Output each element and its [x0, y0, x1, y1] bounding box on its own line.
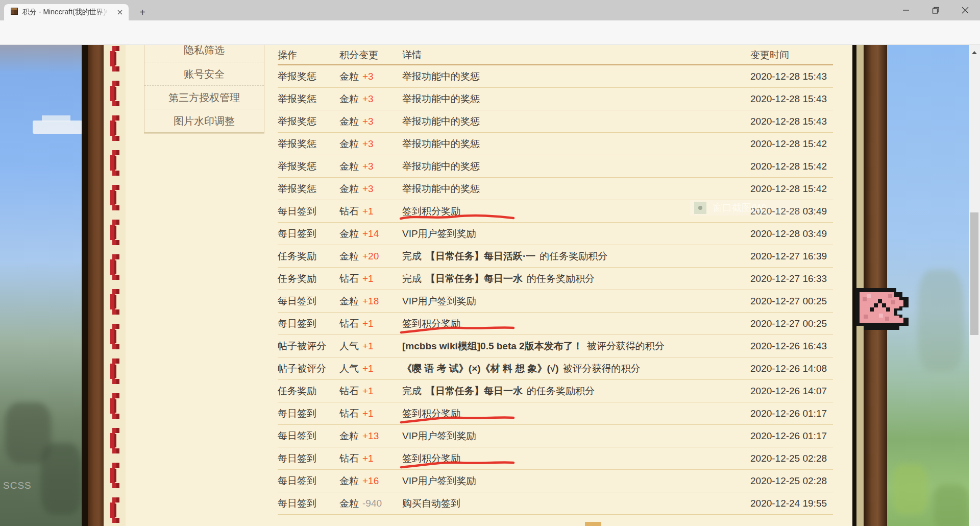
table-row: 每日签到金粒+13VIP用户签到奖励2020-12-26 01:17 [278, 425, 833, 447]
scrollbar-thumb[interactable] [970, 212, 978, 335]
book-stitch-decoration [108, 81, 121, 108]
time-cell: 2020-12-25 02:28 [750, 447, 827, 470]
minecraft-background-left: SCSS [0, 45, 82, 526]
page-viewport: SCSS 隐私筛选账号安全第三方授权管理图片水印调整 操作 积分变更 详情 变更… [0, 45, 980, 526]
table-row: 帖子被评分人气+1[mcbbs wiki模组]0.5 beta 2版本发布了！被… [278, 335, 833, 357]
book-stitch-decoration [108, 497, 121, 525]
close-button[interactable] [950, 0, 980, 20]
window-controls [891, 0, 980, 20]
time-cell: 2020-12-26 14:07 [750, 380, 827, 402]
table-header: 操作 积分变更 详情 变更时间 [278, 45, 833, 65]
op-cell: 任务奖励 [278, 245, 316, 268]
detail-cell: 签到积分奖励 [402, 313, 460, 335]
credit-cell: 人气+1 [339, 335, 374, 357]
book-page-edge [856, 45, 864, 526]
detail-cell: [mcbbs wiki模组]0.5 beta 2版本发布了！被评分获得的积分 [402, 335, 665, 357]
table-row: 举报奖惩金粒+3举报功能中的奖惩2020-12-28 15:43 [278, 110, 833, 133]
detail-cell: 举报功能中的奖惩 [402, 88, 480, 110]
pagination-button-partial[interactable] [585, 522, 601, 526]
credit-cell: 金粒+16 [339, 470, 379, 492]
amount-value: -940 [362, 498, 382, 509]
credit-cell: 金粒+3 [339, 65, 374, 88]
scrollbar-up-arrow[interactable] [969, 48, 980, 57]
detail-cell: 举报功能中的奖惩 [402, 155, 480, 178]
book-stitch-decoration [108, 358, 121, 386]
op-cell: 每日签到 [278, 492, 316, 515]
page-scrollbar[interactable] [969, 45, 980, 526]
detail-cell: 完成【日常任务】每日一水的任务奖励积分 [402, 380, 595, 402]
book-cover-edge [852, 45, 856, 526]
table-row: 每日签到金粒+18VIP用户签到奖励2020-12-27 00:25 [278, 290, 833, 313]
op-cell: 每日签到 [278, 425, 316, 447]
detail-cell: 举报功能中的奖惩 [402, 65, 480, 88]
detail-cell: 签到积分奖励 [402, 447, 460, 470]
time-cell: 2020-12-28 15:43 [750, 88, 827, 110]
detail-cell: 举报功能中的奖惩 [402, 133, 480, 155]
amount-value: +1 [362, 453, 374, 464]
table-row: 举报奖惩金粒+3举报功能中的奖惩2020-12-28 15:42 [278, 133, 833, 155]
table-row: 任务奖励金粒+20完成【日常任务】每日活跃·一的任务奖励积分2020-12-27… [278, 245, 833, 268]
minimize-button[interactable] [891, 0, 921, 20]
detail-cell: VIP用户签到奖励 [402, 223, 476, 245]
credit-cell: 金粒+13 [339, 425, 379, 447]
credit-cell: 金粒+3 [339, 110, 374, 133]
amount-value: +3 [362, 138, 374, 150]
op-cell: 每日签到 [278, 402, 316, 425]
detail-cell: VIP用户签到奖励 [402, 290, 476, 313]
sidebar-menu: 隐私筛选账号安全第三方授权管理图片水印调整 [144, 45, 264, 132]
amount-value: +3 [362, 116, 374, 127]
table-row: 举报奖惩金粒+3举报功能中的奖惩2020-12-28 15:43 [278, 88, 833, 110]
sidebar-item[interactable]: 账号安全 [144, 62, 264, 85]
detail-cell: 完成【日常任务】每日活跃·一的任务奖励积分 [402, 245, 607, 268]
book-stitch-decoration [108, 46, 121, 74]
op-cell: 每日签到 [278, 313, 316, 335]
amount-value: +3 [362, 71, 374, 82]
credit-cell: 钻石+1 [339, 268, 374, 290]
time-cell: 2020-12-24 19:55 [750, 492, 827, 515]
screenshot-tool-overlay: 窗口截图(W) [690, 200, 800, 216]
credit-cell: 钻石+1 [339, 380, 374, 402]
credit-log-table: 操作 积分变更 详情 变更时间 举报奖惩金粒+3举报功能中的奖惩2020-12-… [278, 45, 833, 526]
browser-tab[interactable]: 积分 - Minecraft(我的世界)中文论坛 [4, 4, 129, 20]
op-cell: 举报奖惩 [278, 178, 316, 200]
amount-value: +13 [362, 431, 379, 442]
credit-cell: 人气+1 [339, 357, 374, 380]
credit-cell: 金粒+14 [339, 223, 379, 245]
table-row: 每日签到钻石+1签到积分奖励2020-12-27 00:25 [278, 313, 833, 335]
amount-value: +1 [362, 386, 374, 397]
amount-value: +3 [362, 161, 374, 172]
amount-value: +18 [362, 296, 379, 307]
op-cell: 每日签到 [278, 290, 316, 313]
book-cover-left [88, 45, 104, 526]
browser-toolbar: https://www.mcbbs.net/home.php?mod=space… [0, 20, 980, 45]
op-cell: 任务奖励 [278, 268, 316, 290]
time-cell: 2020-12-26 16:43 [750, 335, 827, 357]
amount-value: +1 [362, 206, 374, 217]
table-row: 任务奖励钻石+1完成【日常任务】每日一水的任务奖励积分2020-12-26 14… [278, 380, 833, 402]
op-cell: 举报奖惩 [278, 155, 316, 178]
sidebar-item[interactable]: 第三方授权管理 [144, 85, 264, 109]
detail-cell: 签到积分奖励 [402, 200, 460, 223]
leaves-decoration [933, 484, 969, 526]
new-tab-button[interactable]: + [136, 6, 149, 18]
settings-sidebar-menu: 隐私筛选账号安全第三方授权管理图片水印调整 [144, 45, 264, 133]
minecraft-background-right [887, 45, 969, 526]
detail-cell: 举报功能中的奖惩 [402, 178, 480, 200]
sidebar-item[interactable]: 隐私筛选 [144, 45, 264, 62]
credit-cell: 金粒-940 [339, 492, 382, 515]
op-cell: 举报奖惩 [278, 110, 316, 133]
table-row: 每日签到钻石+1签到积分奖励2020-12-26 01:17 [278, 402, 833, 425]
browser-titlebar: 积分 - Minecraft(我的世界)中文论坛 + [0, 0, 980, 20]
op-cell: 举报奖惩 [278, 65, 316, 88]
restore-button[interactable] [921, 0, 950, 20]
header-time: 变更时间 [750, 45, 789, 65]
pink-pixel-banner [855, 288, 909, 332]
book-stitch-decoration [108, 185, 121, 212]
watermark-text: SCSS [3, 480, 32, 491]
table-row: 举报奖惩金粒+3举报功能中的奖惩2020-12-28 15:42 [278, 178, 833, 200]
screenshot-tool-icon [694, 202, 706, 214]
sidebar-item[interactable]: 图片水印调整 [144, 109, 264, 132]
credit-cell: 金粒+3 [339, 88, 374, 110]
time-cell: 2020-12-26 14:08 [750, 357, 827, 380]
tab-close-icon[interactable] [115, 8, 125, 17]
